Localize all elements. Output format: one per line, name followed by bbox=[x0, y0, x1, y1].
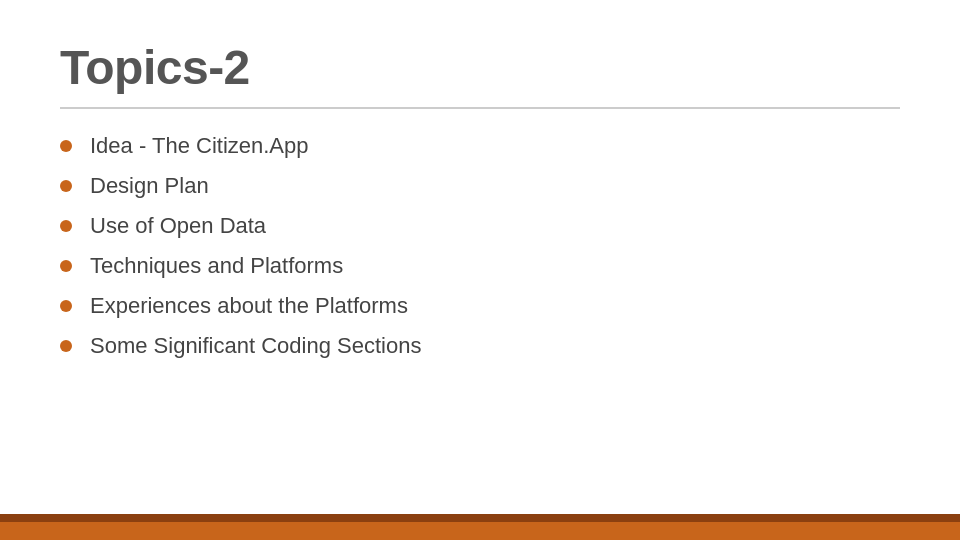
title-divider bbox=[60, 107, 900, 109]
bullet-text-2: Design Plan bbox=[90, 173, 209, 199]
bullet-dot-2 bbox=[60, 180, 72, 192]
list-item: Design Plan bbox=[60, 173, 900, 199]
bullet-dot-4 bbox=[60, 260, 72, 272]
bottom-bar-dark bbox=[0, 514, 960, 522]
slide-title: Topics-2 bbox=[60, 40, 900, 95]
list-item: Techniques and Platforms bbox=[60, 253, 900, 279]
list-item: Some Significant Coding Sections bbox=[60, 333, 900, 359]
list-item: Use of Open Data bbox=[60, 213, 900, 239]
bullet-dot-1 bbox=[60, 140, 72, 152]
bullet-text-1: Idea - The Citizen.App bbox=[90, 133, 309, 159]
bullet-text-5: Experiences about the Platforms bbox=[90, 293, 408, 319]
bullet-text-3: Use of Open Data bbox=[90, 213, 266, 239]
bullet-text-6: Some Significant Coding Sections bbox=[90, 333, 421, 359]
bullet-dot-6 bbox=[60, 340, 72, 352]
bottom-bar bbox=[0, 522, 960, 540]
list-item: Idea - The Citizen.App bbox=[60, 133, 900, 159]
list-item: Experiences about the Platforms bbox=[60, 293, 900, 319]
bullet-dot-3 bbox=[60, 220, 72, 232]
bullet-list: Idea - The Citizen.App Design Plan Use o… bbox=[60, 133, 900, 359]
bullet-text-4: Techniques and Platforms bbox=[90, 253, 343, 279]
bullet-dot-5 bbox=[60, 300, 72, 312]
slide-container: Topics-2 Idea - The Citizen.App Design P… bbox=[0, 0, 960, 540]
